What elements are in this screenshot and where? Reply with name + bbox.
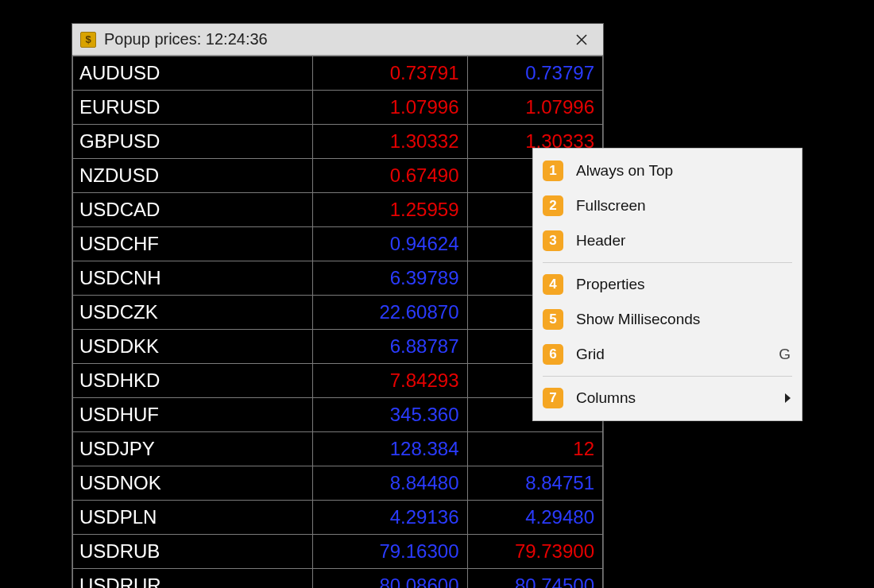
menu-item-label: Columns [576,389,777,407]
menu-item-label: Header [576,232,791,250]
symbol-cell: EURUSD [73,91,313,125]
bid-cell: 6.88787 [313,330,467,364]
menu-badge: 4 [543,274,563,295]
table-row[interactable]: USDCHF0.946240. [73,227,603,261]
context-menu: 1Always on Top2Fullscreen3Header4Propert… [532,148,802,421]
bid-cell: 6.39789 [313,261,467,296]
ask-cell: 12 [467,432,603,466]
menu-badge: 1 [543,161,563,181]
symbol-cell: USDJPY [73,432,313,466]
bid-cell: 345.360 [313,398,467,432]
table-row[interactable]: USDHUF345.36034 [73,398,603,432]
bid-cell: 79.16300 [313,535,467,569]
symbol-cell: USDHUF [73,398,313,432]
bid-cell: 0.94624 [313,227,467,261]
table-row[interactable]: USDRUB79.1630079.73900 [73,535,603,569]
menu-item[interactable]: 2Fullscreen [533,188,802,223]
menu-separator [543,262,792,263]
menu-item[interactable]: 1Always on Top [533,153,802,188]
ask-cell: 4.29480 [467,501,603,535]
symbol-cell: GBPUSD [73,125,313,159]
table-row[interactable]: USDNOK8.844808.84751 [73,466,603,501]
menu-item-label: Grid [576,346,771,363]
menu-item[interactable]: 7Columns [533,381,802,416]
titlebar[interactable]: $ Popup prices: 12:24:36 [72,24,603,56]
menu-item-label: Fullscreen [576,197,791,215]
symbol-cell: AUDUSD [73,56,313,91]
table-row[interactable]: USDRUR80.0860080.74500 [73,569,603,589]
menu-item[interactable]: 4Properties [533,267,802,302]
symbol-cell: USDCZK [73,296,313,330]
menu-separator [543,376,792,377]
ask-cell: 79.73900 [467,535,603,569]
ask-cell: 0.73797 [467,56,603,91]
bid-cell: 0.67490 [313,159,467,193]
menu-item[interactable]: 6GridG [533,337,802,372]
window-title: Popup prices: 12:24:36 [104,30,565,48]
menu-item[interactable]: 3Header [533,223,802,258]
table-row[interactable]: USDHKD7.842937. [73,364,603,398]
bid-cell: 1.07996 [313,91,467,125]
symbol-cell: USDNOK [73,466,313,501]
menu-badge: 5 [543,309,563,330]
menu-badge: 2 [543,195,563,216]
ask-cell: 8.84751 [467,466,603,501]
chevron-right-icon [785,393,791,403]
table-row[interactable]: EURUSD1.079961.07996 [73,91,603,125]
ask-cell: 1.07996 [467,91,603,125]
menu-badge: 3 [543,230,563,251]
symbol-cell: USDCAD [73,193,313,227]
close-button[interactable] [565,27,598,52]
table-row[interactable]: GBPUSD1.303321.30333 [73,125,603,159]
bid-cell: 1.30332 [313,125,467,159]
menu-item-label: Always on Top [576,162,791,180]
bid-cell: 7.84293 [313,364,467,398]
menu-item-label: Properties [576,276,791,293]
bid-cell: 1.25959 [313,193,467,227]
bid-cell: 0.73791 [313,56,467,91]
bid-cell: 22.60870 [313,296,467,330]
table-row[interactable]: USDPLN4.291364.29480 [73,501,603,535]
close-icon [576,34,587,45]
table-row[interactable]: USDCZK22.6087022. [73,296,603,330]
table-row[interactable]: USDDKK6.887876. [73,330,603,364]
table-row[interactable]: USDJPY128.38412 [73,432,603,466]
menu-item-label: Show Milliseconds [576,311,791,328]
menu-item[interactable]: 5Show Milliseconds [533,302,802,337]
symbol-cell: NZDUSD [73,159,313,193]
symbol-cell: USDDKK [73,330,313,364]
menu-shortcut: G [779,346,791,363]
dollar-icon-glyph: $ [85,34,91,44]
table-row[interactable]: USDCAD1.259591. [73,193,603,227]
table-row[interactable]: USDCNH6.397896. [73,261,603,296]
symbol-cell: USDPLN [73,501,313,535]
bid-cell: 128.384 [313,432,467,466]
dollar-icon: $ [80,32,96,48]
symbol-cell: USDCHF [73,227,313,261]
menu-badge: 6 [543,344,563,365]
table-row[interactable]: NZDUSD0.674900. [73,159,603,193]
symbol-cell: USDRUB [73,535,313,569]
price-table: AUDUSD0.737910.73797EURUSD1.079961.07996… [72,56,603,588]
table-row[interactable]: AUDUSD0.737910.73797 [73,56,603,91]
bid-cell: 80.08600 [313,569,467,589]
bid-cell: 4.29136 [313,501,467,535]
symbol-cell: USDRUR [73,569,313,589]
ask-cell: 80.74500 [467,569,603,589]
symbol-cell: USDCNH [73,261,313,296]
bid-cell: 8.84480 [313,466,467,501]
popup-prices-window: $ Popup prices: 12:24:36 AUDUSD0.737910.… [72,23,604,588]
menu-badge: 7 [543,388,563,408]
symbol-cell: USDHKD [73,364,313,398]
